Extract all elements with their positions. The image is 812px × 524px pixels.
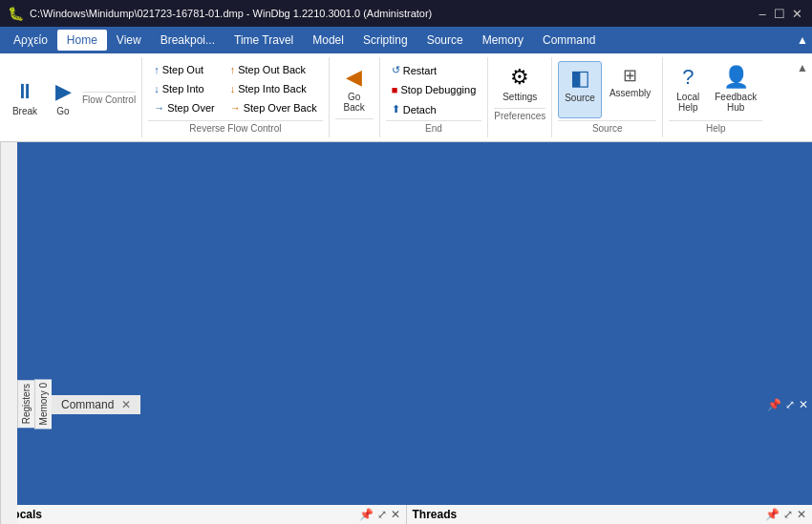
collapse-icon[interactable]: ▲	[797, 61, 808, 74]
step-over-back-icon: →	[230, 102, 241, 114]
threads-panel: Threads 📌 ⤢ ✕ Threads Stack Breakpoints	[407, 505, 813, 524]
restart-button[interactable]: ↺ Restart	[386, 61, 482, 79]
go-back-button[interactable]: ◀ GoBack	[335, 61, 374, 116]
main-area: Disassembly Registers Memory 0 Command ✕…	[0, 142, 812, 504]
settings-label: Settings	[502, 92, 537, 102]
help-group: ? LocalHelp 👤 FeedbackHub Help	[663, 57, 768, 137]
step-over-label: Step Over	[167, 102, 215, 114]
help-section-label: Help	[669, 120, 762, 134]
step-buttons: ↑ Step Out ↓ Step Into → Step Over ↑	[148, 61, 323, 118]
close-button[interactable]: ✕	[789, 6, 804, 21]
threads-header: Threads 📌 ⤢ ✕	[407, 505, 813, 524]
command-tab: Command ✕	[52, 395, 142, 414]
stop-icon: ■	[392, 84, 398, 95]
title-bar-controls: – ☐ ✕	[755, 6, 804, 21]
break-go-group: ⏸ Break ▶ Go Flow Control	[0, 57, 142, 137]
ribbon: ⏸ Break ▶ Go Flow Control ↑ Step Out ↓	[0, 53, 812, 142]
move-icon[interactable]: ⤢	[785, 398, 795, 411]
feedback-hub-label: FeedbackHub	[715, 92, 757, 113]
assembly-button[interactable]: ⊞ Assembly	[604, 61, 656, 118]
locals-close-icon[interactable]: ✕	[391, 508, 400, 521]
restart-icon: ↺	[392, 64, 400, 76]
restart-label: Restart	[403, 65, 437, 76]
end-group: ↺ Restart ■ Stop Debugging ⬆ Detach End	[380, 57, 489, 137]
help-buttons: ? LocalHelp 👤 FeedbackHub	[669, 61, 762, 118]
local-help-icon: ?	[682, 65, 694, 90]
threads-pin-icon[interactable]: 📌	[765, 508, 780, 521]
menu-item-timetravel[interactable]: Time Travel	[224, 30, 303, 51]
collapse-ribbon-btn[interactable]: ▲	[797, 33, 808, 47]
preferences-label: Preferences	[494, 108, 545, 121]
maximize-button[interactable]: ☐	[772, 6, 787, 21]
go-icon: ▶	[55, 79, 72, 104]
locals-move-icon[interactable]: ⤢	[377, 508, 387, 521]
step-out-back-icon: ↑	[230, 64, 236, 75]
step-out-label: Step Out	[162, 64, 203, 75]
menu-item-model[interactable]: Model	[303, 30, 353, 51]
command-header-bar: Disassembly Registers Memory 0 Command ✕…	[0, 142, 812, 524]
detach-label: Detach	[403, 104, 437, 115]
settings-icon: ⚙	[510, 65, 529, 90]
command-tab-close[interactable]: ✕	[121, 398, 131, 411]
preferences-group: ⚙ Settings Preferences	[488, 57, 552, 137]
minimize-button[interactable]: –	[755, 6, 770, 21]
source-section-label: Source	[558, 120, 656, 134]
detach-icon: ⬆	[392, 103, 400, 115]
menu-item-home[interactable]: Home	[57, 30, 107, 51]
sidebar-tab-disassembly[interactable]: Disassembly	[0, 142, 17, 524]
feedback-hub-button[interactable]: 👤 FeedbackHub	[709, 61, 762, 118]
step-col-left: ↑ Step Out ↓ Step Into → Step Over	[148, 61, 221, 118]
step-into-icon: ↓	[154, 83, 160, 94]
locals-pin-icon[interactable]: 📌	[359, 508, 374, 521]
menu-item-file[interactable]: Αρχείο	[4, 30, 57, 51]
step-out-back-label: Step Out Back	[238, 64, 306, 75]
source-btn-label: Source	[565, 93, 595, 103]
close-command-icon[interactable]: ✕	[799, 398, 808, 411]
go-back-label: GoBack	[344, 92, 365, 113]
settings-button[interactable]: ⚙ Settings	[497, 61, 543, 106]
end-section-label: End	[386, 120, 482, 134]
menu-item-command[interactable]: Command	[533, 30, 605, 51]
go-back-group: ◀ GoBack	[330, 57, 380, 137]
menu-item-view[interactable]: View	[107, 30, 151, 51]
step-into-back-button[interactable]: ↓ Step Into Back	[224, 80, 323, 97]
sidebar-tab-memory0[interactable]: Memory 0	[34, 379, 52, 429]
menu-item-scripting[interactable]: Scripting	[353, 30, 417, 51]
command-header-actions: 📌 ⤢ ✕	[767, 398, 812, 411]
step-out-button[interactable]: ↑ Step Out	[148, 61, 221, 78]
step-group: ↑ Step Out ↓ Step Into → Step Over ↑	[142, 57, 330, 137]
go-label: Go	[56, 106, 69, 116]
menu-item-breakpoints[interactable]: Breakpoi...	[151, 30, 224, 51]
menu-item-source[interactable]: Source	[417, 30, 473, 51]
assembly-label: Assembly	[609, 88, 651, 98]
sidebar-tab-registers[interactable]: Registers	[17, 380, 34, 428]
threads-close-icon[interactable]: ✕	[797, 508, 806, 521]
step-into-button[interactable]: ↓ Step Into	[148, 80, 221, 97]
pin-icon[interactable]: 📌	[767, 398, 781, 411]
step-out-back-button[interactable]: ↑ Step Out Back	[224, 61, 323, 78]
stop-debugging-button[interactable]: ■ Stop Debugging	[386, 81, 482, 98]
reverse-flow-label: Reverse Flow Control	[148, 120, 323, 134]
menu-item-memory[interactable]: Memory	[473, 30, 533, 51]
app-icon: 🐛	[8, 6, 24, 21]
step-over-back-button[interactable]: → Step Over Back	[224, 99, 323, 116]
source-icon: ◧	[570, 66, 590, 91]
threads-title: Threads	[413, 508, 762, 521]
step-into-label: Step Into	[162, 83, 204, 94]
break-button[interactable]: ⏸ Break	[6, 75, 44, 120]
step-into-back-icon: ↓	[230, 83, 236, 94]
step-col-right: ↑ Step Out Back ↓ Step Into Back → Step …	[224, 61, 323, 118]
detach-button[interactable]: ⬆ Detach	[386, 100, 482, 118]
go-button[interactable]: ▶ Go	[44, 75, 82, 120]
locals-title: Locals	[6, 508, 355, 521]
local-help-button[interactable]: ? LocalHelp	[669, 61, 707, 118]
locals-panel: Locals 📌 ⤢ ✕ Name Value ◀ ▶ Lo	[0, 505, 407, 524]
step-over-icon: →	[154, 102, 164, 114]
step-over-button[interactable]: → Step Over	[148, 99, 221, 116]
flow-control-label: Flow Control	[82, 92, 136, 105]
ribbon-collapse: ▲	[793, 57, 812, 137]
step-into-back-label: Step Into Back	[238, 83, 307, 94]
title-bar: 🐛 C:\Windows\Minidump\021723-16781-01.dm…	[0, 0, 812, 27]
threads-move-icon[interactable]: ⤢	[783, 508, 793, 521]
source-button[interactable]: ◧ Source	[558, 61, 602, 118]
